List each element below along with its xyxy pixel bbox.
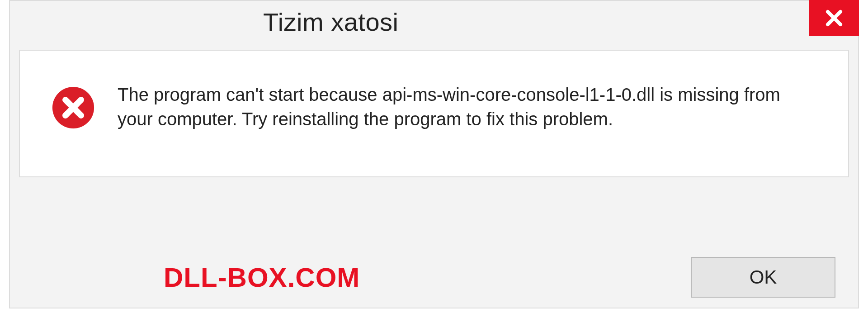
ok-button[interactable]: OK xyxy=(691,257,835,298)
close-button[interactable] xyxy=(809,0,859,36)
error-message: The program can't start because api-ms-w… xyxy=(118,82,796,131)
dialog-title: Tizim xatosi xyxy=(263,7,399,37)
titlebar: Tizim xatosi xyxy=(10,1,858,50)
error-dialog: Tizim xatosi The program can't start bec… xyxy=(9,0,859,308)
content-panel: The program can't start because api-ms-w… xyxy=(19,50,849,177)
dialog-footer: DLL-BOX.COM OK xyxy=(28,257,840,298)
watermark-text: DLL-BOX.COM xyxy=(164,262,360,293)
error-icon xyxy=(52,86,95,129)
close-icon xyxy=(823,7,845,29)
